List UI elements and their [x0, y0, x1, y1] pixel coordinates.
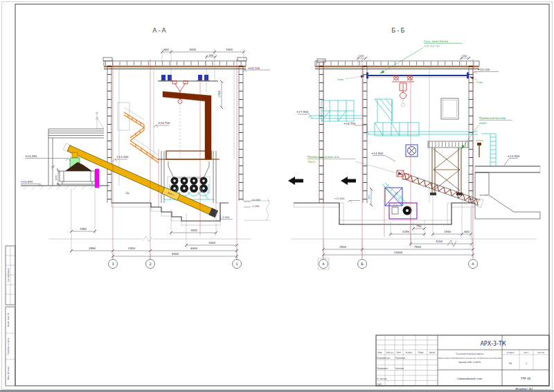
a-dim-1900: 1900	[226, 48, 233, 51]
stamp-h-ndok: N док.	[406, 351, 413, 354]
a-dim-pit3000: 3000	[190, 229, 198, 232]
stamp-role-checker: Проверил	[377, 367, 388, 370]
b-dim-2500: 2500	[339, 245, 347, 249]
side-label-vzam: Взам. инв. N	[7, 313, 10, 327]
stamp-name-developer: Рахимов	[395, 357, 405, 359]
a-dim-600b: 600	[209, 54, 214, 57]
a-axis-3: 3	[111, 262, 114, 266]
b-dim-500l: 500	[359, 55, 364, 57]
stamp-role-ncontrol: Н. контр.	[377, 377, 387, 380]
a-elev-16700: +16.700	[158, 121, 170, 125]
a-magenta-pipe	[95, 169, 99, 188]
a-dim-6000: 6000	[190, 247, 198, 250]
stamp-h-sheet: Лист	[524, 351, 528, 354]
b-bunker-label-1: Приёмный бункер	[479, 116, 506, 120]
stamp-h-koluch: Кол.уч	[386, 351, 394, 354]
a-elev-m1200: -1.200	[251, 205, 259, 208]
stamp-h-izm: Изм.	[377, 351, 382, 354]
b-dim-10000: 10000	[394, 251, 403, 254]
stamp-role-gip: ГИП	[377, 383, 382, 386]
b-axis-a-right: А	[472, 262, 474, 266]
a-axis-1: 1	[235, 262, 238, 266]
a-elev-m0500: -0.500	[222, 216, 229, 219]
stamp-doc-title-1: Технологическая карта	[455, 353, 483, 355]
a-elev-14450: +14.450	[25, 154, 37, 158]
a-dim-3000: 3000	[189, 48, 197, 51]
side-label-approved: Согласовано	[7, 268, 10, 282]
b-elev-20100: +20.100	[478, 68, 490, 71]
section-a-title: А-А	[152, 27, 168, 34]
stamp-stage-value: ТК	[508, 362, 512, 365]
stamp-h-sheets: Листов	[537, 352, 544, 354]
stamp-doc-title-3: Здание ЦОВ-1 ЦКПО	[458, 361, 481, 364]
b-dim-500r: 500	[463, 55, 467, 57]
a-axis-2: 2	[149, 262, 151, 266]
b-dim-7500: 7500	[414, 245, 422, 249]
a-dim-3400: 3400	[208, 241, 216, 244]
stamp-h-list: Лист	[396, 351, 402, 354]
b-elev-17500: +17.500	[296, 110, 309, 114]
a-elev-0000: ±0.000	[251, 199, 260, 202]
a-elev-10670: +10.670	[21, 180, 33, 184]
drawing-sheet: Согласовано Взам. инв. N Подпись и дата …	[0, 0, 554, 392]
b-axis-a-left: А	[322, 262, 325, 266]
b-dim-900: 900	[368, 195, 370, 199]
b-elev-11500: +11.500	[334, 197, 344, 200]
a-dim-1750: 1750	[217, 90, 221, 98]
stamp-sheet-number: 1	[526, 362, 527, 365]
stamp-gpr-code: ГПР 48	[521, 377, 531, 380]
format-note: Формат А2	[515, 387, 533, 391]
b-elev-14500: +14.500	[371, 152, 384, 155]
b-screws-label-2: (4шт)	[307, 160, 316, 163]
stamp-h-podp: Подп.	[418, 351, 424, 354]
b-elev-16700: +16.700	[343, 122, 356, 125]
a-elev-20100: +20.100	[248, 66, 260, 70]
b-elev-0000: ±0.000	[479, 194, 488, 197]
a-dim-600a: 600	[163, 48, 169, 51]
stamp-doc-code: АРХ-3-ТК	[480, 341, 506, 347]
a-dim-1580: 1580	[80, 227, 87, 231]
b-dim-1940: 1940	[444, 230, 452, 233]
a-dim-2400: 2400	[128, 247, 136, 250]
a-elev-14300: +14.300	[116, 155, 129, 159]
stamp-sheet-name: Совмещённый план	[457, 377, 483, 380]
b-bunker-label-2: коры	[479, 121, 487, 125]
b-dim-4100: 4100	[436, 240, 443, 243]
a-dim-2890: 2890	[89, 247, 96, 250]
b-elev-14500r: +14.500	[508, 154, 520, 158]
b-dim-600: 600	[464, 230, 470, 233]
stamp-name-checker: Козлов	[395, 367, 404, 370]
side-label-inv: Инв. N подл.	[7, 366, 10, 380]
section-b-title: Б-Б	[391, 27, 406, 34]
b-upor-right: Упор	[476, 81, 483, 84]
stamp-h-data: Дата	[429, 351, 435, 354]
b-crane-label-1: Сущ. кран-балка	[424, 39, 449, 43]
b-upor-left: Упор	[337, 78, 344, 81]
a-dim-1080: 1080	[55, 175, 57, 181]
b-zatvor-label: затвор	[476, 139, 483, 142]
stamp-doc-title-2: «Замена транспортирующего шнека ила, отг…	[437, 357, 502, 359]
b-crane-label-2: (г/п 3.2 тн)	[424, 44, 440, 48]
drawing-canvas: Согласовано Взам. инв. N Подпись и дата …	[0, 0, 554, 392]
stamp-role-developer: Разработал	[377, 357, 390, 359]
side-label-podpis: Подпись и дата	[7, 337, 10, 355]
b-dim-2250: 2250	[402, 230, 410, 233]
b-dim-750: 750	[416, 224, 422, 228]
stamp-h-stage: Стадия	[507, 351, 515, 354]
a-dim-8400: 8400	[172, 252, 179, 256]
b-axis-b: Б	[361, 262, 364, 266]
